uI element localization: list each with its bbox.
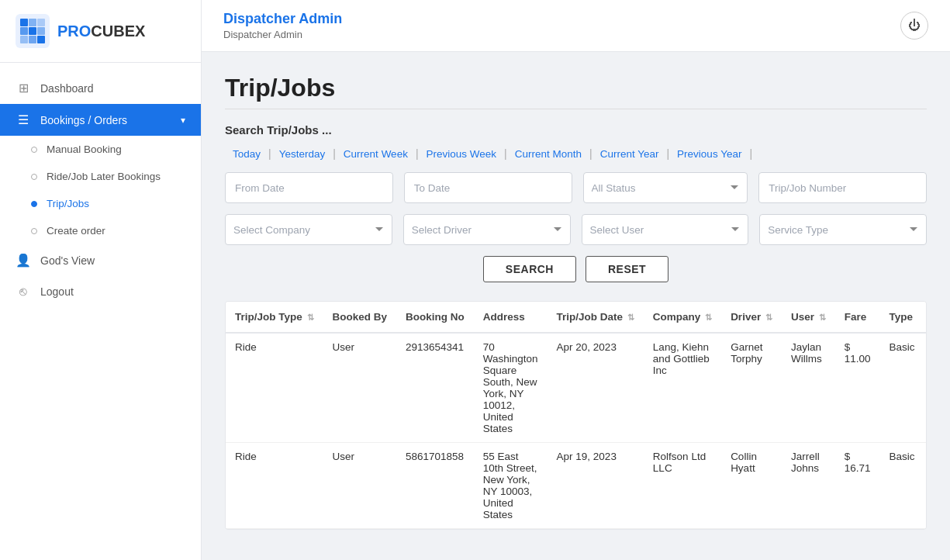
svg-rect-1 xyxy=(20,19,28,26)
svg-rect-3 xyxy=(37,19,45,26)
cell-booked-by: User xyxy=(323,443,397,529)
cell-trip-job-type: Ride xyxy=(226,443,323,529)
gods-view-icon: 👤 xyxy=(16,253,31,268)
svg-rect-6 xyxy=(37,27,45,35)
driver-select[interactable]: Select Driver xyxy=(403,214,571,245)
sidebar-item-create-order[interactable]: Create order xyxy=(0,217,201,244)
ride-job-later-label: Ride/Job Later Bookings xyxy=(47,171,161,182)
status-select[interactable]: All Status xyxy=(583,172,748,203)
col-trip-job-date: Trip/Job Date ⇅ xyxy=(548,302,644,333)
trip-job-number-input[interactable] xyxy=(758,172,927,203)
page-title: Trip/Jobs xyxy=(225,74,927,102)
separator-7: | xyxy=(749,147,752,160)
svg-rect-4 xyxy=(20,27,28,35)
cell-company: Rolfson Ltd LLC xyxy=(644,443,721,529)
power-button[interactable]: ⏻ xyxy=(900,12,928,40)
from-date-input[interactable] xyxy=(225,172,393,203)
table-header-row: Trip/Job Type ⇅ Booked By Booking No Add… xyxy=(226,302,927,333)
sort-icon: ⇅ xyxy=(307,313,314,322)
main-content: Dispatcher Admin Dispatcher Admin ⏻ Trip… xyxy=(202,0,950,560)
search-button[interactable]: SEARCH xyxy=(483,256,576,282)
filter-pills: Today | Yesterday | Current Week | Previ… xyxy=(225,147,927,160)
cell-trip-job-date: Apr 19, 2023 xyxy=(548,443,644,529)
page-content: Trip/Jobs Search Trip/Jobs ... Today | Y… xyxy=(202,52,950,560)
procubex-logo-icon xyxy=(16,14,50,48)
sidebar-item-trip-jobs[interactable]: Trip/Jobs xyxy=(0,190,201,217)
sidebar-item-bookings[interactable]: ☰ Bookings / Orders ▾ xyxy=(0,104,201,136)
cell-booked-by: User xyxy=(323,333,397,443)
reset-button[interactable]: RESET xyxy=(586,256,668,282)
cell-address: 55 East 10th Street, New York, NY 10003,… xyxy=(474,443,548,529)
sort-icon: ⇅ xyxy=(705,313,712,322)
trips-table-container: Trip/Job Type ⇅ Booked By Booking No Add… xyxy=(225,301,927,530)
header-subtitle: Dispatcher Admin xyxy=(223,29,342,40)
filter-row-1: All Status xyxy=(225,172,927,203)
col-address: Address xyxy=(474,302,548,333)
col-view: Vie xyxy=(924,302,928,333)
cell-type: Basic xyxy=(879,443,924,529)
cell-user: Jarrell Johns xyxy=(782,443,835,529)
action-row: SEARCH RESET xyxy=(225,256,927,282)
sidebar-item-gods-view[interactable]: 👤 God's View xyxy=(0,244,201,276)
sidebar-item-dashboard[interactable]: ⊞ Dashboard xyxy=(0,72,201,104)
sidebar-item-manual-booking[interactable]: Manual Booking xyxy=(0,136,201,163)
logout-label: Logout xyxy=(40,285,74,298)
sidebar-item-ride-job-later[interactable]: Ride/Job Later Bookings xyxy=(0,163,201,190)
filter-current-week[interactable]: Current Week xyxy=(336,148,416,160)
cell-company: Lang, Kiehn and Gottlieb Inc xyxy=(644,333,721,443)
filter-previous-week[interactable]: Previous Week xyxy=(419,148,505,160)
cell-booking-no: 5861701858 xyxy=(396,443,474,529)
filter-current-year[interactable]: Current Year xyxy=(592,148,667,160)
create-order-label: Create order xyxy=(47,225,105,237)
header-title: Dispatcher Admin xyxy=(223,11,342,27)
bookings-icon: ☰ xyxy=(16,112,31,127)
cell-trip-job-date: Apr 20, 2023 xyxy=(548,333,644,443)
col-booking-no: Booking No xyxy=(396,302,474,333)
col-fare: Fare xyxy=(835,302,880,333)
header-info: Dispatcher Admin Dispatcher Admin xyxy=(223,11,342,40)
cell-type: Basic xyxy=(879,333,924,443)
cell-view: V xyxy=(924,333,928,443)
filter-today[interactable]: Today xyxy=(225,148,268,160)
sub-dot-icon xyxy=(31,147,37,153)
company-select[interactable]: Select Company xyxy=(225,214,392,245)
svg-rect-2 xyxy=(29,19,36,26)
logout-icon: ⎋ xyxy=(16,285,31,299)
dashboard-icon: ⊞ xyxy=(16,81,31,95)
svg-rect-8 xyxy=(29,36,36,43)
manual-booking-label: Manual Booking xyxy=(47,143,122,155)
trip-jobs-label: Trip/Jobs xyxy=(47,198,89,209)
col-type: Type xyxy=(879,302,924,333)
cell-fare: $ 16.71 xyxy=(835,443,880,529)
page-divider xyxy=(225,109,927,109)
cell-user: Jaylan Willms xyxy=(782,333,835,443)
cell-booking-no: 2913654341 xyxy=(396,333,474,443)
sidebar: PROCUBEX ⊞ Dashboard ☰ Bookings / Orders… xyxy=(0,0,202,560)
logo-text: PROCUBEX xyxy=(57,22,145,40)
col-trip-job-type: Trip/Job Type ⇅ xyxy=(226,302,323,333)
sub-dot-icon xyxy=(31,228,37,234)
cell-address: 70 Washington Square South, New York, NY… xyxy=(474,333,548,443)
user-select[interactable]: Select User xyxy=(582,214,749,245)
cell-trip-job-type: Ride xyxy=(226,333,323,443)
svg-rect-9 xyxy=(37,36,45,43)
sidebar-bookings-label: Bookings / Orders xyxy=(40,114,127,126)
filter-current-month[interactable]: Current Month xyxy=(507,148,589,160)
sort-icon: ⇅ xyxy=(627,313,634,322)
cell-driver: Collin Hyatt xyxy=(721,443,782,529)
filter-previous-year[interactable]: Previous Year xyxy=(669,148,749,160)
sort-icon: ⇅ xyxy=(819,313,826,322)
chevron-down-icon: ▾ xyxy=(181,115,185,126)
sort-icon: ⇅ xyxy=(765,313,772,322)
sidebar-logo: PROCUBEX xyxy=(0,0,201,63)
col-company: Company ⇅ xyxy=(644,302,721,333)
gods-view-label: God's View xyxy=(40,254,95,267)
search-heading: Search Trip/Jobs ... xyxy=(225,123,927,137)
to-date-input[interactable] xyxy=(404,172,572,203)
service-type-select[interactable]: Service Type xyxy=(759,214,927,245)
trips-table: Trip/Job Type ⇅ Booked By Booking No Add… xyxy=(226,302,927,529)
filter-yesterday[interactable]: Yesterday xyxy=(271,148,333,160)
table-body: Ride User 2913654341 70 Washington Squar… xyxy=(226,333,927,529)
sidebar-nav: ⊞ Dashboard ☰ Bookings / Orders ▾ Manual… xyxy=(0,63,201,560)
sidebar-item-logout[interactable]: ⎋ Logout xyxy=(0,276,201,307)
